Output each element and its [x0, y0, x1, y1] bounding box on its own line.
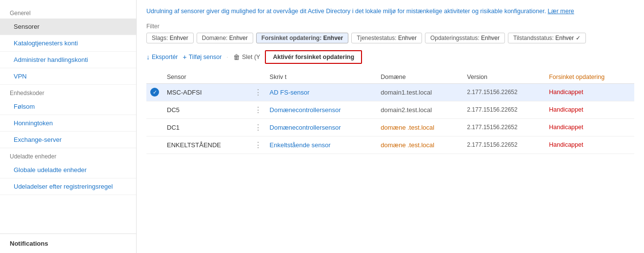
main-content: Udrulning af sensorer giver dig mulighed…	[137, 0, 644, 253]
export-button[interactable]: ↓ Eksportér	[146, 53, 178, 61]
activate-delayed-button[interactable]: Aktivér forsinket opdatering	[265, 50, 362, 64]
col-sensor: Sensor	[163, 71, 250, 84]
filter-opdateringsstatus[interactable]: Opdateringsstatus: Enhver	[425, 33, 505, 43]
sensor-forsinket: Handicappet	[545, 118, 634, 136]
sidebar-item-katalogtjenester[interactable]: Katalogtjenesters konti	[0, 35, 136, 52]
filter-domane[interactable]: Domæne: Enhver	[197, 33, 253, 43]
sensor-name: MSC-ADFSI	[163, 83, 250, 101]
sidebar-item-handlingskonti[interactable]: Administrer handlingskonti	[0, 52, 136, 68]
row-menu-button[interactable]: ⋮	[250, 118, 266, 136]
col-skrivt: Skriv t	[266, 71, 377, 84]
sensor-domain: domæne .test.local	[377, 118, 463, 136]
sidebar-item-exchange[interactable]: Exchange-server	[0, 132, 136, 148]
sidebar-udeladte-label: Udeladte enheder	[0, 148, 136, 162]
download-icon: ↓	[146, 53, 150, 61]
sidebar-item-vpn[interactable]: VPN	[0, 68, 136, 85]
trash-icon: 🗑	[233, 53, 240, 61]
sensor-domain: domain2.test.local	[377, 101, 463, 118]
table-row: DC1⋮Domænecontrollersensordomæne .test.l…	[146, 118, 634, 136]
row-menu-button[interactable]: ⋮	[250, 136, 266, 154]
sensor-version: 2.177.15156.22652	[463, 83, 545, 101]
filter-forsinket[interactable]: Forsinket opdatering: Enhver	[256, 33, 348, 43]
row-check-cell[interactable]	[146, 118, 163, 136]
info-bar: Udrulning af sensorer giver dig mulighed…	[146, 7, 634, 16]
sensor-forsinket: Handicappet	[545, 101, 634, 118]
sensor-type[interactable]: AD FS-sensor	[266, 83, 377, 101]
toolbar: ↓ Eksportér + Tilføj sensor · 🗑 Slet (Y …	[146, 48, 634, 66]
separator1: ·	[226, 53, 228, 60]
sidebar-enhedskoder-label: Enhedskoder	[0, 85, 136, 98]
row-check-cell[interactable]	[146, 101, 163, 118]
delete-button[interactable]: 🗑 Slet (Y	[233, 53, 261, 61]
info-link[interactable]: Lær mere	[548, 8, 574, 15]
filter-label: Filter	[146, 23, 634, 30]
table-row: ENKELTSTÅENDE⋮Enkeltstående sensordomæne…	[146, 136, 634, 154]
add-sensor-button[interactable]: + Tilføj sensor	[183, 53, 222, 61]
col-version: Version	[463, 71, 545, 84]
sensor-forsinket: Handicappet	[545, 136, 634, 154]
sidebar-item-honningtoken[interactable]: Honningtoken	[0, 115, 136, 132]
table-row: DC5⋮Domænecontrollersensordomain2.test.l…	[146, 101, 634, 118]
row-check-cell[interactable]	[146, 136, 163, 154]
sensor-table: Sensor Skriv t Domæne Version Forsinket …	[146, 71, 634, 154]
sensor-forsinket: Handicappet	[545, 83, 634, 101]
sidebar-generel-label: Generel	[0, 5, 136, 19]
sidebar-notifications[interactable]: Notifications	[0, 234, 136, 253]
table-row: ✓MSC-ADFSI⋮AD FS-sensordomain1.test.loca…	[146, 83, 634, 101]
sensor-type[interactable]: Domænecontrollersensor	[266, 118, 377, 136]
col-check	[146, 71, 163, 84]
filter-tilstandsstatus[interactable]: Tilstandsstatus: Enhver ✓	[508, 33, 586, 43]
row-menu-button[interactable]: ⋮	[250, 83, 266, 101]
sensor-domain: domain1.test.local	[377, 83, 463, 101]
check-circle-icon: ✓	[150, 88, 159, 97]
sensor-name: DC1	[163, 118, 250, 136]
filter-slags[interactable]: Slags: Enhver	[146, 33, 194, 43]
sidebar-item-globale[interactable]: Globale udeladte enheder	[0, 162, 136, 178]
sidebar-item-folsom[interactable]: Følsom	[0, 98, 136, 115]
sensor-name: ENKELTSTÅENDE	[163, 136, 250, 154]
sensor-version: 2.177.15156.22652	[463, 118, 545, 136]
sensor-type[interactable]: Domænecontrollersensor	[266, 101, 377, 118]
row-menu-button[interactable]: ⋮	[250, 101, 266, 118]
col-forsinket: Forsinket opdatering	[545, 71, 634, 84]
sidebar: Generel Sensorer Katalogtjenesters konti…	[0, 0, 137, 253]
sensor-version: 2.177.15156.22652	[463, 101, 545, 118]
sensor-type[interactable]: Enkeltstående sensor	[266, 136, 377, 154]
col-menu-header	[250, 71, 266, 84]
filter-row: Slags: Enhver Domæne: Enhver Forsinket o…	[146, 33, 634, 43]
sensor-name: DC5	[163, 101, 250, 118]
filter-tjenestestatus[interactable]: Tjenestestatus: Enhver	[351, 33, 422, 43]
sensor-domain: domæne .test.local	[377, 136, 463, 154]
row-check-cell[interactable]: ✓	[146, 83, 163, 101]
info-text: Udrulning af sensorer giver dig mulighed…	[146, 8, 546, 15]
sensor-version: 2.177.15156.22652	[463, 136, 545, 154]
plus-icon: +	[183, 53, 187, 61]
col-domane: Domæne	[377, 71, 463, 84]
sidebar-item-registrering[interactable]: Udeladelser efter registreringsregel	[0, 178, 136, 195]
sidebar-item-sensorer[interactable]: Sensorer	[0, 19, 136, 35]
filter-section: Filter Slags: Enhver Domæne: Enhver Fors…	[146, 23, 634, 43]
table-header-row: Sensor Skriv t Domæne Version Forsinket …	[146, 71, 634, 84]
